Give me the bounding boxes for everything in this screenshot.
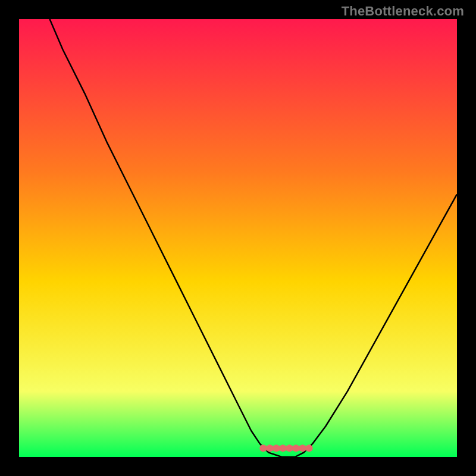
plot-area — [19, 19, 457, 457]
watermark-text: TheBottleneck.com — [342, 4, 464, 19]
marker-dot — [299, 444, 306, 452]
chart-stage: TheBottleneck.com — [0, 0, 476, 476]
marker-dot — [293, 444, 300, 452]
marker-dot — [259, 444, 267, 452]
marker-dot — [279, 444, 286, 452]
marker-dot — [306, 444, 313, 452]
bottleneck-chart — [19, 19, 457, 457]
marker-dot — [273, 444, 280, 452]
marker-dot — [266, 444, 273, 452]
marker-dot — [286, 444, 293, 452]
gradient-background — [19, 19, 457, 457]
